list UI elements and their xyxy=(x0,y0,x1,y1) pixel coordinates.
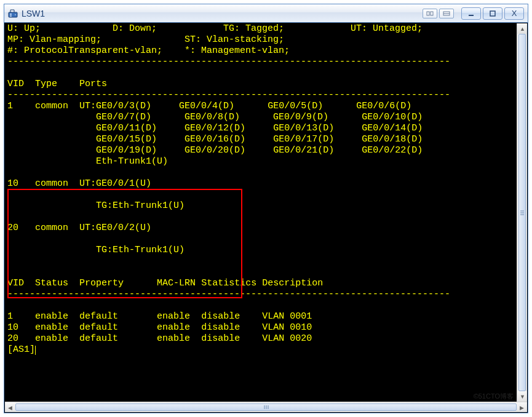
maximize-button[interactable] xyxy=(483,7,502,20)
hdr2-prop: Property xyxy=(79,278,124,288)
scroll-track-h[interactable] xyxy=(15,402,517,412)
hdr2-mac: MAC-LRN xyxy=(157,278,196,288)
svg-rect-9 xyxy=(490,11,495,16)
horizontal-scrollbar[interactable]: ◀ ▶ xyxy=(5,402,527,412)
svg-rect-5 xyxy=(431,12,433,15)
scroll-thumb-v[interactable] xyxy=(518,34,526,391)
legend-mp: MP: Vlan-mapping; xyxy=(7,34,101,45)
svg-rect-1 xyxy=(10,14,12,15)
terminal-area[interactable]: U: Up; D: Down; TG: Tagged; UT: Untagged… xyxy=(4,23,528,413)
svg-point-3 xyxy=(15,14,16,15)
divider: ----------------------------------------… xyxy=(7,57,450,67)
v10-tg: TG:Eth-Trunk1(U) xyxy=(96,201,185,211)
close-button[interactable]: X xyxy=(504,7,524,20)
v20-tg: TG:Eth-Trunk1(U) xyxy=(96,245,185,255)
hdr2-vid: VID xyxy=(7,278,24,288)
scroll-right-button[interactable]: ▶ xyxy=(517,402,527,413)
v10-vid: 10 xyxy=(7,178,18,189)
legend-star: *: Management-vlan; xyxy=(185,46,290,56)
svg-rect-2 xyxy=(10,15,12,17)
v10-type: common xyxy=(35,178,68,189)
window-buttons: X xyxy=(423,7,524,20)
hdr-type: Type xyxy=(35,79,57,89)
scroll-up-button[interactable]: ▲ xyxy=(517,23,528,34)
v10-ut: UT:GE0/0/1(U) xyxy=(79,178,151,189)
divider: ----------------------------------------… xyxy=(7,90,450,100)
scroll-thumb-h[interactable] xyxy=(15,403,517,411)
aux-button-1[interactable] xyxy=(423,9,437,18)
window-title: LSW1 xyxy=(22,9,419,18)
aux-button-2[interactable] xyxy=(439,9,454,18)
svg-rect-4 xyxy=(427,12,429,15)
titlebar[interactable]: LSW1 X xyxy=(4,4,528,23)
legend-st: ST: Vlan-stacking; xyxy=(185,34,284,45)
v1-type: common xyxy=(35,101,68,111)
scroll-left-button[interactable]: ◀ xyxy=(5,402,15,413)
divider: ----------------------------------------… xyxy=(7,289,450,300)
watermark: ©51CTO博客 xyxy=(474,392,514,401)
scroll-down-button[interactable]: ▼ xyxy=(517,391,528,402)
hdr2-status: Status xyxy=(35,278,68,288)
v20-vid: 20 xyxy=(7,223,18,233)
vertical-scrollbar[interactable]: ▲ ▼ xyxy=(517,23,527,402)
hdr-vid: VID xyxy=(7,79,24,89)
scroll-track-v[interactable] xyxy=(517,34,527,391)
terminal-output: U: Up; D: Down; TG: Tagged; UT: Untagged… xyxy=(5,23,527,355)
legend-hash: #: ProtocolTransparent-vlan; xyxy=(7,46,162,56)
legend-line1: U: Up; D: Down; TG: Tagged; UT: Untagged… xyxy=(7,23,423,34)
prompt: [AS1] xyxy=(7,344,35,355)
hdr2-desc: Description xyxy=(262,278,323,288)
hdr2-stat: Statistics xyxy=(201,278,256,288)
v20-type: common xyxy=(35,223,68,233)
hdr-ports: Ports xyxy=(79,79,107,89)
app-icon xyxy=(8,9,18,18)
cursor xyxy=(35,346,36,355)
v1-vid: 1 xyxy=(7,101,13,111)
app-window: LSW1 X U: Up; D: Down; TG: Tagged; UT: U… xyxy=(4,4,528,413)
minimize-button[interactable] xyxy=(461,7,481,20)
v20-ut: UT:GE0/0/2(U) xyxy=(79,223,151,233)
